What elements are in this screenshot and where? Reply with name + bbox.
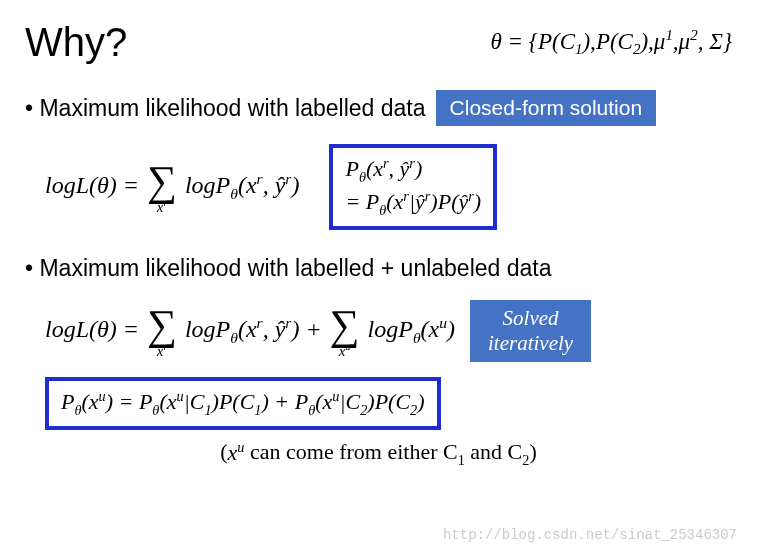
section1-expansion-box: Pθ(xr, ŷr) = Pθ(xr|ŷr)P(ŷr) xyxy=(329,144,497,230)
section1-loglikelihood: logL(θ) = ∑ xr logPθ(xr, ŷr) xyxy=(45,160,299,215)
solved-iteratively-badge: Solvediteratively xyxy=(470,300,591,362)
theta-definition: θ = {P(C1),P(C2),μ1,μ2, Σ} xyxy=(490,27,732,58)
section2-heading-row: Maximum likelihood with labelled + unlab… xyxy=(25,255,732,282)
section2-marginal-box: Pθ(xu) = Pθ(xu|C1)P(C1) + Pθ(xu|C2)P(C2) xyxy=(45,377,441,430)
page-title: Why? xyxy=(25,20,127,65)
closed-form-badge: Closed-form solution xyxy=(436,90,657,126)
section2-formula-row: logL(θ) = ∑ xr logPθ(xr, ŷr) + ∑ xu logP… xyxy=(45,300,732,362)
section1-heading-row: Maximum likelihood with labelled data Cl… xyxy=(25,90,732,126)
section2-bullet: Maximum likelihood with labelled + unlab… xyxy=(25,255,552,282)
footnote: (xu can come from either C1 and C2) xyxy=(25,438,732,469)
section1-formula-row: logL(θ) = ∑ xr logPθ(xr, ŷr) Pθ(xr, ŷr) … xyxy=(45,144,732,230)
watermark: http://blog.csdn.net/sinat_25346307 xyxy=(443,527,737,543)
section2-loglikelihood: logL(θ) = ∑ xr logPθ(xr, ŷr) + ∑ xu logP… xyxy=(45,304,455,359)
section2-box-row: Pθ(xu) = Pθ(xu|C1)P(C1) + Pθ(xu|C2)P(C2) xyxy=(45,377,732,430)
header-row: Why? θ = {P(C1),P(C2),μ1,μ2, Σ} xyxy=(25,20,732,65)
section1-bullet: Maximum likelihood with labelled data xyxy=(25,95,426,122)
